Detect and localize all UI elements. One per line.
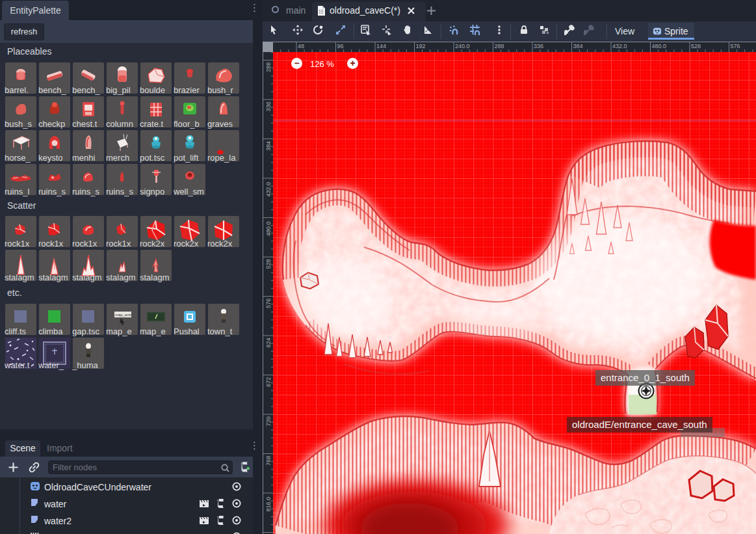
svg-text:48: 48 — [298, 43, 304, 49]
svg-text:816.0: 816.0 — [265, 497, 272, 512]
svg-text:384: 384 — [265, 141, 272, 151]
svg-text:672: 672 — [265, 377, 272, 387]
svg-text:432.0: 432.0 — [265, 182, 272, 197]
svg-text:432.0: 432.0 — [612, 43, 627, 49]
svg-text:map_entr: map_entr — [115, 313, 131, 317]
svg-text:528: 528 — [691, 43, 701, 49]
svg-text:288: 288 — [495, 43, 504, 49]
svg-text:192: 192 — [416, 43, 426, 49]
svg-text:384: 384 — [573, 43, 583, 49]
svg-text:144: 144 — [376, 43, 386, 49]
svg-text:528: 528 — [265, 259, 272, 269]
svg-text:480.0: 480.0 — [265, 221, 272, 236]
svg-text:768: 768 — [265, 456, 272, 466]
svg-text:480.0: 480.0 — [652, 43, 667, 49]
svg-text:240.0: 240.0 — [455, 43, 470, 49]
svg-text:288: 288 — [265, 62, 272, 72]
svg-text:96: 96 — [337, 43, 344, 49]
svg-text:576: 576 — [731, 43, 740, 49]
svg-text:336: 336 — [265, 101, 272, 111]
svg-text:624: 624 — [265, 338, 272, 347]
svg-text:720: 720 — [265, 416, 272, 426]
svg-text:576: 576 — [265, 299, 272, 308]
svg-text:336: 336 — [534, 43, 543, 49]
